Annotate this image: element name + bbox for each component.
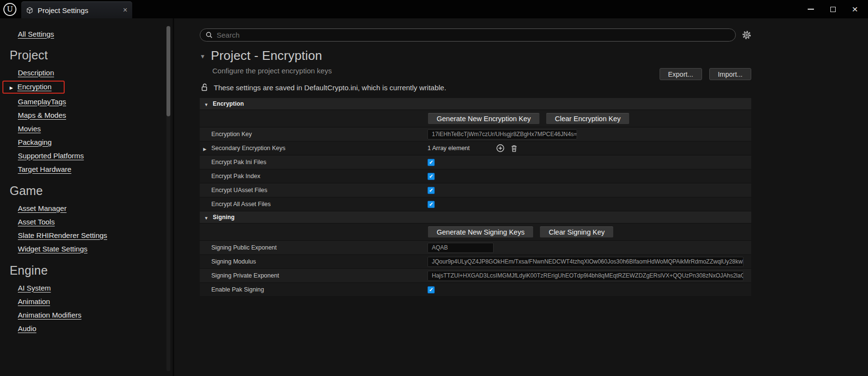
sidebar-item-supported-platforms[interactable]: Supported Platforms — [18, 149, 173, 162]
sidebar-item-target-hardware[interactable]: Target Hardware — [18, 162, 173, 176]
import-button[interactable]: Import... — [709, 68, 751, 80]
setting-label: Encrypt All Asset Files — [211, 201, 271, 208]
setting-row-signing-modulus: Signing Modulus JQour9p4ULyQZ4JP8GOkHEm/… — [200, 255, 751, 269]
encryption-key-field[interactable]: 17iEHhTeBcTjWm7czUr/UHsgjr8ZBgHx7MPCE46J… — [427, 129, 577, 139]
setting-label: Signing Private Exponent — [211, 272, 279, 279]
unlocked-icon — [201, 83, 208, 92]
sidebar-item-ai-system[interactable]: AI System — [18, 281, 173, 294]
titlebar: Project Settings — [0, 0, 868, 18]
setting-label: Encrypt Pak Index — [211, 173, 260, 180]
signing-public-exponent-field[interactable]: AQAB — [427, 243, 494, 253]
selected-arrow-icon — [10, 83, 13, 91]
setting-label: Encryption Key — [211, 131, 252, 138]
setting-row-encrypt-pak-ini-files: Encrypt Pak Ini Files — [200, 155, 751, 169]
encrypt-pak-index-checkbox[interactable] — [427, 173, 435, 180]
setting-row-encrypt-all-asset-files: Encrypt All Asset Files — [200, 197, 751, 211]
sidebar-section-engine: Engine — [10, 264, 173, 278]
clear-encryption-key-button[interactable]: Clear Encryption Key — [546, 112, 630, 125]
enable-pak-signing-checkbox[interactable] — [427, 286, 435, 293]
setting-label: Secondary Encryption Keys — [211, 145, 286, 152]
setting-row-encrypt-uasset-files: Encrypt UAsset Files — [200, 183, 751, 197]
generate-new-signing-keys-button[interactable]: Generate New Signing Keys — [427, 226, 534, 238]
sidebar-scrollbar[interactable] — [166, 26, 170, 371]
sidebar-item-widget-state-settings[interactable]: Widget State Settings — [18, 242, 173, 255]
search-bar[interactable] — [200, 28, 736, 42]
sidebar-item-animation[interactable]: Animation — [18, 294, 173, 308]
page-title: Project - Encryption — [211, 48, 322, 63]
sidebar-item-maps-modes[interactable]: Maps & Modes — [18, 108, 173, 122]
expand-array-icon[interactable] — [203, 144, 211, 153]
project-settings-window: Project Settings All Settings Project De… — [0, 0, 868, 376]
encryption-actions-row: Generate New Encryption Key Clear Encryp… — [200, 110, 751, 127]
setting-label: Enable Pak Signing — [211, 286, 264, 293]
search-input[interactable] — [217, 31, 730, 39]
settings-sidebar: All Settings Project Description Encrypt… — [0, 18, 173, 376]
config-file-notice-row: These settings are saved in DefaultCrypt… — [201, 83, 751, 92]
generate-new-encryption-key-button[interactable]: Generate New Encryption Key — [427, 112, 540, 125]
tab-close-icon[interactable] — [123, 6, 127, 14]
section-collapse-icon — [204, 213, 208, 222]
sidebar-item-asset-manager[interactable]: Asset Manager — [18, 201, 173, 215]
setting-row-encryption-key: Encryption Key 17iEHhTeBcTjWm7czUr/UHsgj… — [200, 127, 751, 141]
delete-array-icon[interactable] — [510, 144, 518, 153]
maximize-icon — [830, 7, 836, 12]
setting-label: Encrypt UAsset Files — [211, 187, 267, 194]
export-button[interactable]: Export... — [660, 68, 702, 80]
setting-label: Encrypt Pak Ini Files — [211, 159, 266, 166]
sidebar-item-gameplaytags[interactable]: GameplayTags — [18, 95, 173, 108]
unreal-engine-logo-icon — [3, 3, 16, 16]
project-settings-cube-icon — [26, 7, 33, 14]
sidebar-section-project: Project — [10, 48, 173, 62]
setting-label: Signing Modulus — [211, 258, 256, 265]
tab-project-settings[interactable]: Project Settings — [21, 1, 132, 18]
setting-row-signing-public-exponent: Signing Public Exponent AQAB — [200, 241, 751, 255]
settings-main-panel: Project - Encryption Configure the proje… — [174, 18, 868, 376]
sidebar-item-description[interactable]: Description — [18, 66, 173, 79]
close-icon — [852, 4, 858, 14]
tab-title: Project Settings — [38, 6, 88, 14]
sidebar-item-animation-modifiers[interactable]: Animation Modifiers — [18, 308, 173, 321]
window-controls — [799, 0, 868, 18]
sidebar-item-movies[interactable]: Movies — [18, 122, 173, 135]
signing-actions-row: Generate New Signing Keys Clear Signing … — [200, 223, 751, 241]
sidebar-item-packaging[interactable]: Packaging — [18, 135, 173, 149]
sidebar-scrollbar-thumb[interactable] — [166, 26, 170, 116]
view-options-gear-icon[interactable] — [742, 30, 751, 40]
encrypt-all-asset-files-checkbox[interactable] — [427, 201, 435, 208]
encrypt-pak-ini-files-checkbox[interactable] — [427, 159, 435, 166]
page-collapse-icon[interactable] — [200, 52, 206, 60]
add-array-element-icon[interactable] — [496, 144, 505, 153]
setting-row-enable-pak-signing: Enable Pak Signing — [200, 283, 751, 297]
setting-row-secondary-encryption-keys: Secondary Encryption Keys 1 Array elemen… — [200, 141, 751, 155]
signing-private-exponent-field[interactable]: HajsTTZUl+HXGAD3LcsIMGMJfLdyiK00TzRErigU… — [427, 271, 744, 281]
encrypt-uasset-files-checkbox[interactable] — [427, 187, 435, 194]
clear-signing-key-button[interactable]: Clear Signing Key — [539, 226, 614, 238]
array-element-count: 1 Array element — [427, 145, 490, 152]
sidebar-item-audio[interactable]: Audio — [18, 321, 173, 335]
signing-modulus-field[interactable]: JQour9p4ULyQZ4JP8GOkHEm/Txsa/FNwnNEDCWT4… — [427, 257, 744, 267]
section-collapse-icon — [204, 99, 208, 108]
minimize-button[interactable] — [799, 0, 822, 18]
setting-label: Signing Public Exponent — [211, 244, 277, 251]
search-icon — [206, 31, 213, 39]
maximize-button[interactable] — [822, 0, 844, 18]
minimize-icon — [808, 9, 814, 10]
sidebar-item-asset-tools[interactable]: Asset Tools — [18, 215, 173, 228]
section-header-encryption[interactable]: Encryption — [200, 98, 751, 110]
sidebar-item-slate-rhirenderer-settings[interactable]: Slate RHIRenderer Settings — [18, 228, 173, 242]
section-header-signing[interactable]: Signing — [200, 211, 751, 223]
sidebar-item-encryption-selected: Encryption — [2, 79, 173, 95]
setting-row-encrypt-pak-index: Encrypt Pak Index — [200, 169, 751, 183]
config-file-notice: These settings are saved in DefaultCrypt… — [214, 84, 446, 92]
setting-row-signing-private-exponent: Signing Private Exponent HajsTTZUl+HXGAD… — [200, 269, 751, 283]
sidebar-section-game: Game — [10, 184, 173, 198]
close-button[interactable] — [844, 0, 866, 18]
sidebar-item-encryption[interactable]: Encryption — [2, 81, 65, 94]
sidebar-item-all-settings[interactable]: All Settings — [18, 28, 173, 40]
